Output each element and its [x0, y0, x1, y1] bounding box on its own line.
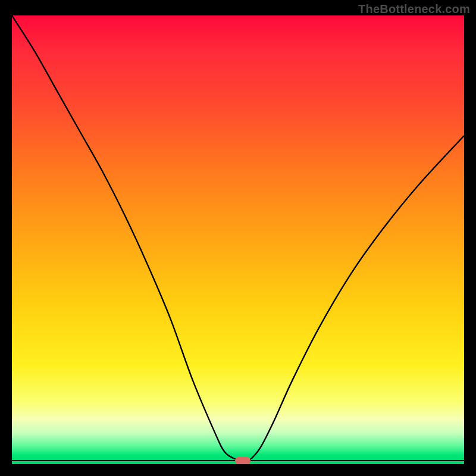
plot-area — [12, 15, 464, 464]
curve-layer — [12, 15, 464, 464]
bottleneck-curve — [12, 15, 464, 461]
optimal-marker — [235, 457, 250, 464]
watermark-text: TheBottleneck.com — [358, 2, 470, 16]
chart-frame: TheBottleneck.com — [0, 0, 476, 476]
